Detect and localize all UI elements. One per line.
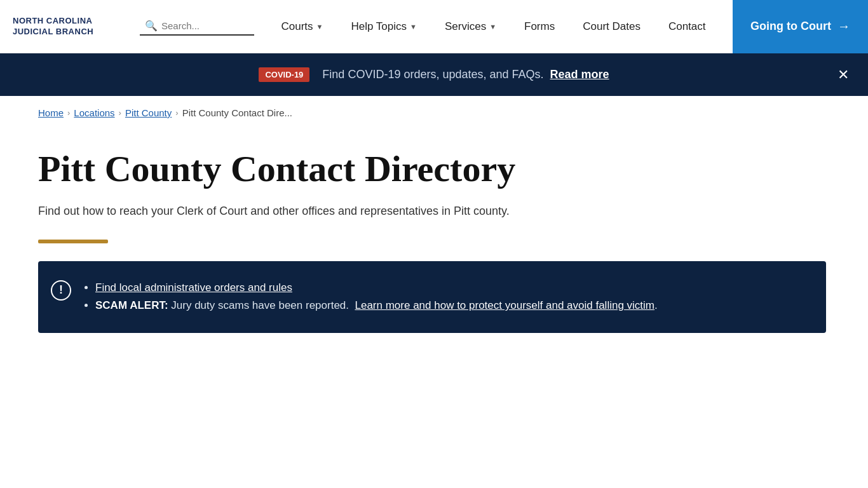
- breadcrumb-current: Pitt County Contact Dire...: [182, 107, 292, 118]
- main-nav: Courts ▼ Help Topics ▼ Services ▼ Forms …: [254, 0, 733, 53]
- admin-orders-link[interactable]: Find local administrative orders and rul…: [95, 281, 292, 294]
- chevron-down-icon: ▼: [489, 23, 496, 30]
- alert-item-orders: Find local administrative orders and rul…: [95, 279, 803, 297]
- scam-alert-text: Jury duty scams have been reported.: [171, 299, 349, 311]
- covid-read-more-link[interactable]: Read more: [550, 68, 609, 81]
- arrow-right-icon: →: [837, 19, 850, 34]
- scam-learn-more-link[interactable]: Learn more and how to protect yourself a…: [355, 299, 654, 311]
- nav-court-dates[interactable]: Court Dates: [569, 0, 654, 53]
- breadcrumb-separator: ›: [67, 108, 70, 118]
- scam-end-text: .: [654, 299, 658, 311]
- logo-area[interactable]: NORTH CAROLINA JUDICIAL BRANCH: [0, 16, 133, 37]
- search-input[interactable]: [161, 20, 250, 31]
- site-header: NORTH CAROLINA JUDICIAL BRANCH 🔍 Courts …: [0, 0, 868, 53]
- alert-icon: !: [51, 280, 71, 301]
- nav-courts[interactable]: Courts ▼: [268, 0, 337, 53]
- page-description: Find out how to reach your Clerk of Cour…: [38, 202, 559, 220]
- main-content: Pitt County Contact Directory Find out h…: [0, 130, 868, 358]
- breadcrumb: Home › Locations › Pitt County › Pitt Co…: [0, 96, 868, 130]
- nav-forms[interactable]: Forms: [510, 0, 569, 53]
- breadcrumb-home[interactable]: Home: [38, 107, 64, 118]
- scam-alert-bold: SCAM ALERT:: [95, 299, 168, 311]
- going-to-court-button[interactable]: Going to Court →: [733, 0, 868, 53]
- breadcrumb-separator: ›: [175, 108, 178, 118]
- page-title: Pitt County Contact Directory: [38, 149, 830, 189]
- breadcrumb-pitt-county[interactable]: Pitt County: [125, 107, 172, 118]
- covid-badge: COVID-19: [259, 67, 309, 82]
- decorative-divider: [38, 240, 108, 243]
- alert-item-scam: SCAM ALERT: Jury duty scams have been re…: [95, 297, 803, 315]
- alert-box: ! Find local administrative orders and r…: [38, 261, 826, 334]
- nav-services[interactable]: Services ▼: [431, 0, 510, 53]
- search-icon: 🔍: [145, 20, 158, 32]
- nav-contact[interactable]: Contact: [654, 0, 720, 53]
- nav-help-topics[interactable]: Help Topics ▼: [337, 0, 430, 53]
- close-banner-button[interactable]: ✕: [837, 67, 849, 83]
- chevron-down-icon: ▼: [316, 23, 323, 30]
- chevron-down-icon: ▼: [410, 23, 417, 30]
- alert-content: Find local administrative orders and rul…: [84, 279, 803, 316]
- site-logo: NORTH CAROLINA JUDICIAL BRANCH: [13, 16, 93, 37]
- covid-banner: COVID-19 Find COVID-19 orders, updates, …: [0, 53, 868, 96]
- breadcrumb-locations[interactable]: Locations: [74, 107, 114, 118]
- breadcrumb-separator: ›: [119, 108, 121, 118]
- covid-text: Find COVID-19 orders, updates, and FAQs.…: [322, 68, 609, 81]
- search-area[interactable]: 🔍: [140, 17, 254, 36]
